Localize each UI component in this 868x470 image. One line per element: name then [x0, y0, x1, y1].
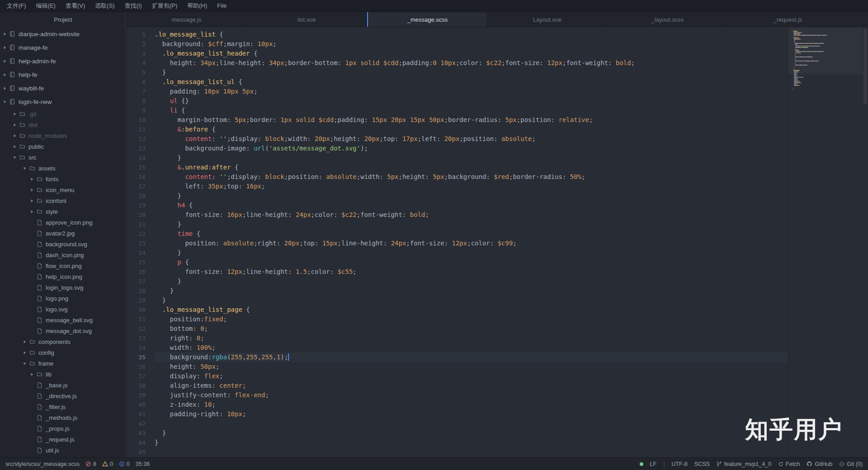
chevron-down-icon[interactable]	[12, 155, 18, 160]
tree-item-.git[interactable]: .git	[0, 108, 126, 119]
code-line-13[interactable]: 13 background-image: url('assets/message…	[127, 144, 788, 153]
menu-item[interactable]: 选取(S)	[90, 0, 119, 12]
cursor-position[interactable]: 35:36	[136, 461, 150, 467]
chevron-right-icon[interactable]	[12, 112, 18, 116]
code-line-24[interactable]: 24 }	[127, 248, 788, 258]
code-line-16[interactable]: 16 content: '';display: block;position: …	[127, 172, 788, 182]
info-indicator[interactable]: 0	[119, 461, 130, 467]
code-line-28[interactable]: 28 }	[127, 286, 788, 296]
tree-item-util.js[interactable]: util.js	[0, 445, 126, 456]
tree-item-lib[interactable]: lib	[0, 369, 126, 380]
code-line-43[interactable]: 43 }	[127, 428, 788, 438]
tree-item-components[interactable]: components	[0, 336, 126, 347]
code-line-26[interactable]: 26 font-size: 12px;line-height: 1.5;colo…	[127, 267, 788, 277]
chevron-right-icon[interactable]	[22, 351, 28, 355]
code-line-45[interactable]: 45	[127, 447, 788, 457]
tree-item-src[interactable]: src	[0, 152, 126, 163]
code-line-7[interactable]: 7 padding: 10px 10px 5px;	[127, 87, 788, 96]
code-line-19[interactable]: 19 h4 {	[127, 201, 788, 210]
tree-item-style[interactable]: style	[0, 206, 126, 217]
chevron-right-icon[interactable]	[29, 210, 35, 214]
code-line-41[interactable]: 41 padding-right: 10px;	[127, 409, 788, 419]
code-line-39[interactable]: 39 justify-content: flex-end;	[127, 390, 788, 400]
menu-item[interactable]: 编辑(E)	[31, 0, 61, 12]
tree-item-assets[interactable]: assets	[0, 163, 126, 174]
tab-message.js[interactable]: message.js	[127, 12, 247, 27]
fetch-button[interactable]: Fetch	[778, 461, 800, 467]
tree-item-background.svg[interactable]: background.svg	[0, 239, 126, 249]
code-line-1[interactable]: 1.lo_message_list {	[127, 30, 788, 39]
tree-item-_filter.js[interactable]: _filter.js	[0, 401, 126, 412]
tree-item-iconfont[interactable]: iconfont	[0, 195, 126, 206]
menu-item[interactable]: 扩展包(P)	[147, 0, 182, 12]
tree-item-manage-fe[interactable]: manage-fe	[0, 41, 126, 54]
tree-item-avatar2.jpg[interactable]: avatar2.jpg	[0, 228, 126, 239]
code-line-9[interactable]: 9 li {	[127, 106, 788, 115]
chevron-right-icon[interactable]	[12, 145, 18, 149]
scrollbar-thumb[interactable]	[863, 28, 867, 104]
tree-item-_methods.js[interactable]: _methods.js	[0, 412, 126, 423]
code-line-6[interactable]: 6 .lo_message_list_ul {	[127, 77, 788, 87]
chevron-right-icon[interactable]	[29, 177, 35, 181]
tree-item-logo.png[interactable]: logo.png	[0, 293, 126, 304]
code-line-8[interactable]: 8 ul {}	[127, 96, 788, 106]
code-line-14[interactable]: 14 }	[127, 153, 788, 163]
code-line-38[interactable]: 38 align-items: center;	[127, 381, 788, 390]
menu-item[interactable]: 查看(V)	[61, 0, 90, 12]
tree-item-help-admin-fe[interactable]: help-admin-fe	[0, 54, 126, 68]
language-indicator[interactable]: SCSS	[694, 461, 710, 467]
tree-item-_directive.js[interactable]: _directive.js	[0, 390, 126, 401]
minimap[interactable]	[788, 27, 863, 457]
code-line-40[interactable]: 40 z-index: 10;	[127, 400, 788, 409]
github-button[interactable]: GitHub	[807, 461, 832, 467]
chevron-down-icon[interactable]	[22, 166, 28, 170]
code-line-15[interactable]: 15 &.unread:after {	[127, 163, 788, 172]
chevron-right-icon[interactable]	[29, 372, 35, 376]
code-line-11[interactable]: 11 &:before {	[127, 125, 788, 134]
code-line-27[interactable]: 27 }	[127, 277, 788, 286]
eol-indicator[interactable]: LF	[650, 461, 657, 467]
tree-item-message_dot.svg[interactable]: message_dot.svg	[0, 325, 126, 336]
code-line-12[interactable]: 12 content: '';display: block;width: 20p…	[127, 134, 788, 144]
code-line-30[interactable]: 30 .lo_message_list_page {	[127, 305, 788, 315]
tree-item-_base.js[interactable]: _base.js	[0, 380, 126, 390]
tree-item-login_logo.svg[interactable]: login_logo.svg	[0, 282, 126, 293]
code-line-4[interactable]: 4 height: 34px;line-height: 34px;border-…	[127, 58, 788, 68]
code-line-21[interactable]: 21 }	[127, 220, 788, 229]
tree-item-config[interactable]: config	[0, 347, 126, 358]
code-line-34[interactable]: 34 width: 100%;	[127, 343, 788, 352]
code-line-2[interactable]: 2 background: $cff;margin: 10px;	[127, 39, 788, 49]
code-area[interactable]: 1.lo_message_list {2 background: $cff;ma…	[127, 27, 788, 457]
tree-item-message_bell.svg[interactable]: message_bell.svg	[0, 315, 126, 325]
menu-item[interactable]: 查找(I)	[120, 0, 147, 12]
tree-item-node_modules[interactable]: node_modules	[0, 130, 126, 141]
code-line-42[interactable]: 42	[127, 419, 788, 428]
tree-item-dist[interactable]: dist	[0, 119, 126, 130]
chevron-right-icon[interactable]	[12, 123, 18, 127]
code-line-20[interactable]: 20 font-size: 16px;line-height: 24px;col…	[127, 210, 788, 220]
tree-item-fonts[interactable]: fonts	[0, 174, 126, 184]
tree-item-_props.js[interactable]: _props.js	[0, 423, 126, 434]
git-status[interactable]: Git (0)	[839, 461, 863, 467]
tree-item-approve_icon.png[interactable]: approve_icon.png	[0, 217, 126, 228]
tree-item-dianjue-admin-website[interactable]: dianjue-admin-website	[0, 27, 126, 41]
code-line-18[interactable]: 18 }	[127, 191, 788, 201]
tree-item-icon_menu[interactable]: icon_menu	[0, 184, 126, 195]
code-line-33[interactable]: 33 right: 0;	[127, 334, 788, 343]
git-branch[interactable]: feature_mvp1_4_0	[717, 461, 771, 467]
chevron-down-icon[interactable]	[22, 362, 28, 366]
code-line-44[interactable]: 44}	[127, 438, 788, 447]
tab-list.vue[interactable]: list.vue	[247, 12, 367, 27]
code-line-23[interactable]: 23 position: absolute;right: 20px;top: 1…	[127, 239, 788, 248]
error-indicator[interactable]: 8	[85, 461, 96, 467]
tree-item-public[interactable]: public	[0, 141, 126, 152]
tab-_layout.scss[interactable]: _layout.scss	[608, 12, 728, 27]
menu-item[interactable]: 帮助(H)	[182, 0, 212, 12]
tab-_request.js[interactable]: _request.js	[728, 12, 848, 27]
tree-item-logo.svg[interactable]: logo.svg	[0, 304, 126, 315]
chevron-right-icon[interactable]	[29, 188, 35, 192]
chevron-right-icon[interactable]	[2, 86, 8, 90]
chevron-right-icon[interactable]	[2, 32, 8, 36]
chevron-right-icon[interactable]	[2, 73, 8, 77]
tree-item-dash_icon.png[interactable]: dash_icon.png	[0, 249, 126, 260]
